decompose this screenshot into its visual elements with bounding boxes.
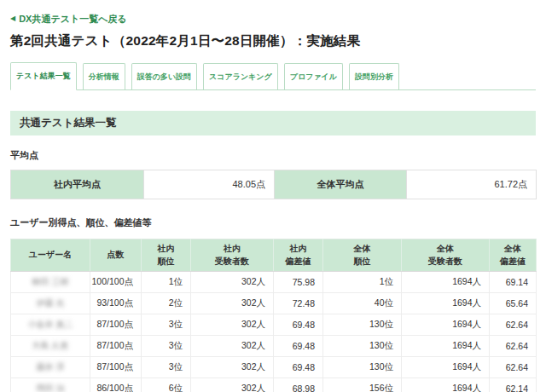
tab-frequent-wrong-questions[interactable]: 誤答の多い設問 <box>131 63 197 89</box>
user-name-blurred: 小金井 真二 <box>11 314 90 335</box>
overall-examinees-cell: 1694人 <box>402 292 490 314</box>
col-score: 点数 <box>90 239 142 271</box>
overall-examinees-cell: 1694人 <box>402 356 490 378</box>
overall-deviation-cell: 62.14 <box>490 378 537 392</box>
internal-rank-cell: 2位 <box>142 292 191 314</box>
tab-question-analysis[interactable]: 設問別分析 <box>349 63 399 89</box>
score-cell: 100/100点 <box>90 271 142 292</box>
internal-examinees-cell: 302人 <box>191 356 274 378</box>
col-overall-examinees: 全体受験者数 <box>402 239 490 271</box>
internal-examinees-cell: 302人 <box>191 292 274 314</box>
results-table: ユーザー名 点数 社内順位 社内受験者数 社内偏差値 全体順位 全体受験者数 全… <box>10 239 537 392</box>
user-name-blurred: 伊藤 光 <box>11 292 90 314</box>
back-link[interactable]: ◀ DX共通テスト一覧へ戻る <box>10 13 127 26</box>
user-table-label: ユーザー別得点、順位、偏差値等 <box>10 216 536 229</box>
table-row: 小金井 真二 87/100点 3位 302人 69.48 130位 1694人 … <box>11 314 537 335</box>
col-overall-deviation: 全体偏差値 <box>490 239 537 271</box>
tab-analysis-info[interactable]: 分析情報 <box>83 63 125 89</box>
internal-rank-cell: 3位 <box>142 335 191 356</box>
table-row: 伊藤 光 93/100点 2位 302人 72.48 40位 1694人 65.… <box>11 292 537 314</box>
col-internal-examinees: 社内受験者数 <box>191 239 274 271</box>
table-row: 岡田 治 86/100点 6位 302人 68.98 156位 1694人 62… <box>11 378 537 392</box>
internal-average-value: 48.05点 <box>144 170 275 199</box>
page: ◀ DX共通テスト一覧へ戻る 第2回共通テスト（2022年2月1日〜28日開催）… <box>0 0 546 392</box>
internal-examinees-cell: 302人 <box>191 335 274 356</box>
overall-deviation-cell: 62.64 <box>490 314 537 335</box>
score-cell: 86/100点 <box>90 378 142 392</box>
back-arrow-icon: ◀ <box>10 15 15 22</box>
tab-test-results[interactable]: テスト結果一覧 <box>10 62 77 90</box>
overall-rank-cell: 40位 <box>323 292 402 314</box>
overall-deviation-cell: 62.64 <box>490 356 537 378</box>
table-row: 大島 久恵 87/100点 3位 302人 69.48 130位 1694人 6… <box>11 335 537 356</box>
average-score-table: 社内平均点 48.05点 全体平均点 61.72点 <box>10 170 537 199</box>
overall-deviation-cell: 62.64 <box>490 335 537 356</box>
overall-deviation-cell: 69.14 <box>490 271 537 292</box>
score-cell: 87/100点 <box>90 356 142 378</box>
internal-average-label: 社内平均点 <box>11 170 144 199</box>
col-internal-deviation: 社内偏差値 <box>274 239 323 271</box>
col-overall-rank: 全体順位 <box>323 239 402 271</box>
overall-rank-cell: 130位 <box>323 314 402 335</box>
user-name-blurred: 大島 久恵 <box>11 335 90 356</box>
internal-deviation-cell: 68.98 <box>274 378 323 392</box>
overall-average-label: 全体平均点 <box>275 170 407 199</box>
tab-bar: テスト結果一覧 分析情報 誤答の多い設問 スコアランキング プロファイル 設問別… <box>10 62 536 90</box>
score-cell: 87/100点 <box>90 335 142 356</box>
table-row: 藤井 淳 87/100点 3位 302人 69.48 130位 1694人 62… <box>11 356 537 378</box>
internal-examinees-cell: 302人 <box>191 378 274 392</box>
col-user-name: ユーザー名 <box>11 239 90 271</box>
internal-deviation-cell: 75.98 <box>274 271 323 292</box>
internal-rank-cell: 3位 <box>142 314 191 335</box>
overall-rank-cell: 130位 <box>323 356 402 378</box>
overall-deviation-cell: 65.64 <box>490 292 537 314</box>
page-title: 第2回共通テスト（2022年2月1日〜28日開催）：実施結果 <box>10 32 536 50</box>
internal-rank-cell: 1位 <box>142 271 191 292</box>
score-cell: 87/100点 <box>90 314 142 335</box>
tab-score-ranking[interactable]: スコアランキング <box>203 63 278 89</box>
col-internal-rank: 社内順位 <box>142 239 191 271</box>
score-cell: 93/100点 <box>90 292 142 314</box>
internal-deviation-cell: 69.48 <box>274 314 323 335</box>
internal-examinees-cell: 302人 <box>191 314 274 335</box>
overall-average-value: 61.72点 <box>407 170 537 199</box>
average-section-label: 平均点 <box>10 149 536 162</box>
overall-rank-cell: 130位 <box>323 335 402 356</box>
overall-rank-cell: 1位 <box>323 271 402 292</box>
internal-rank-cell: 6位 <box>142 378 191 392</box>
overall-examinees-cell: 1694人 <box>402 314 490 335</box>
overall-examinees-cell: 1694人 <box>402 378 490 392</box>
overall-rank-cell: 156位 <box>323 378 402 392</box>
internal-deviation-cell: 72.48 <box>274 292 323 314</box>
internal-deviation-cell: 69.48 <box>274 335 323 356</box>
tab-profile[interactable]: プロファイル <box>284 63 343 89</box>
back-link-label: DX共通テスト一覧へ戻る <box>19 13 127 26</box>
user-name-blurred: 藤井 淳 <box>11 356 90 378</box>
user-name-blurred: 柳田 三樹 <box>11 271 90 292</box>
internal-deviation-cell: 69.48 <box>274 356 323 378</box>
table-row: 柳田 三樹 100/100点 1位 302人 75.98 1位 1694人 69… <box>11 271 537 292</box>
user-name-blurred: 岡田 治 <box>11 378 90 392</box>
internal-rank-cell: 3位 <box>142 356 191 378</box>
overall-examinees-cell: 1694人 <box>402 335 490 356</box>
internal-examinees-cell: 302人 <box>191 271 274 292</box>
overall-examinees-cell: 1694人 <box>402 271 490 292</box>
results-header-row: ユーザー名 点数 社内順位 社内受験者数 社内偏差値 全体順位 全体受験者数 全… <box>11 239 537 271</box>
section-heading: 共通テスト結果一覧 <box>10 111 536 135</box>
